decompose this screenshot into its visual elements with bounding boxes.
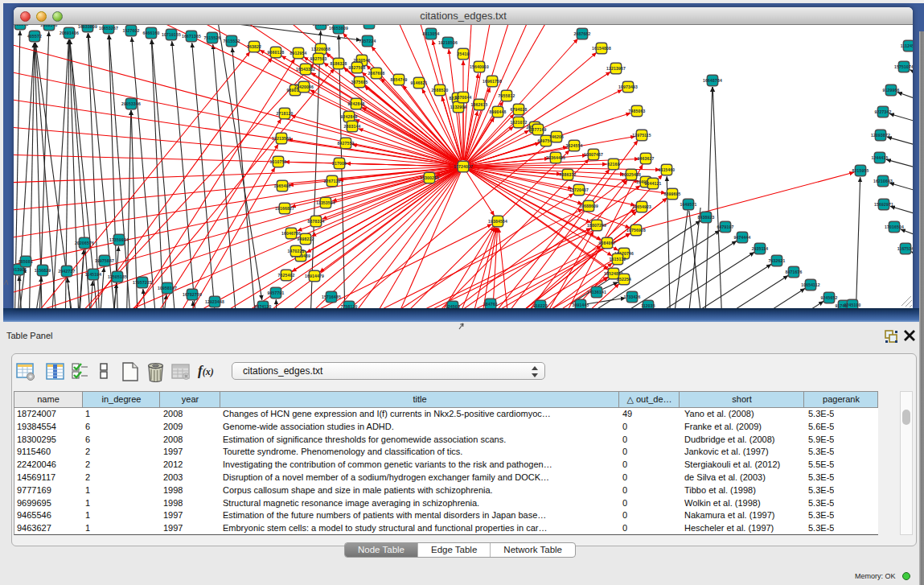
svg-text:10807487: 10807487 [584, 152, 603, 157]
svg-text:17016504: 17016504 [885, 225, 904, 229]
svg-text:2935114: 2935114 [752, 246, 769, 251]
svg-text:20206576: 20206576 [75, 241, 94, 245]
svg-text:8854749: 8854749 [391, 77, 408, 82]
svg-text:112035: 112035 [641, 303, 655, 308]
svg-text:8186328: 8186328 [331, 61, 347, 66]
svg-text:18807249: 18807249 [587, 223, 606, 228]
svg-text:20364436: 20364436 [546, 155, 565, 160]
svg-text:16210643: 16210643 [873, 179, 893, 183]
svg-text:1167534: 1167534 [897, 246, 913, 251]
svg-text:910223: 910223 [533, 303, 548, 308]
svg-text:9084067: 9084067 [599, 241, 616, 245]
svg-text:7386372: 7386372 [560, 172, 577, 177]
svg-text:8471676: 8471676 [786, 270, 803, 274]
svg-text:19166827: 19166827 [275, 206, 294, 211]
svg-text:12213967: 12213967 [606, 66, 626, 71]
svg-text:6466160: 6466160 [143, 31, 160, 35]
svg-text:7357224: 7357224 [361, 25, 378, 26]
svg-text:1470221: 1470221 [288, 249, 305, 253]
svg-text:15692971: 15692971 [874, 202, 893, 207]
svg-text:184761: 184761 [483, 302, 498, 307]
svg-text:3091445: 3091445 [573, 303, 589, 307]
svg-text:8990448: 8990448 [490, 109, 507, 114]
svg-text:1362615: 1362615 [471, 102, 488, 107]
svg-text:10756928: 10756928 [626, 228, 646, 233]
svg-text:1132904: 1132904 [450, 105, 467, 109]
svg-text:6794028: 6794028 [511, 107, 528, 112]
svg-text:12505185: 12505185 [108, 274, 127, 279]
svg-text:12093872: 12093872 [871, 133, 890, 138]
svg-text:7485063: 7485063 [629, 109, 646, 113]
svg-text:19975887: 19975887 [95, 258, 114, 263]
svg-text:1112453: 1112453 [901, 43, 913, 48]
svg-text:1649571: 1649571 [680, 202, 697, 207]
svg-text:1527602: 1527602 [123, 28, 140, 33]
svg-text:8215955: 8215955 [852, 168, 869, 173]
svg-text:19654923: 19654923 [632, 204, 651, 209]
svg-text:885081: 885081 [18, 259, 33, 264]
svg-text:22420046: 22420046 [294, 84, 314, 89]
svg-text:1370044: 1370044 [455, 95, 472, 100]
svg-text:9245652: 9245652 [821, 295, 838, 300]
svg-text:9245100: 9245100 [844, 303, 861, 307]
svg-text:7357224: 7357224 [359, 39, 376, 43]
svg-text:11353594: 11353594 [316, 200, 335, 205]
svg-text:9660128: 9660128 [268, 50, 285, 55]
svg-text:1145194: 1145194 [85, 272, 102, 277]
svg-text:10958107: 10958107 [158, 286, 177, 290]
svg-text:9463627: 9463627 [638, 156, 655, 161]
svg-text:16961758: 16961758 [483, 79, 502, 84]
svg-text:7632621: 7632621 [769, 258, 786, 263]
svg-text:3267130: 3267130 [324, 179, 341, 183]
svg-text:9277169: 9277169 [530, 127, 547, 132]
svg-text:2069140: 2069140 [41, 25, 58, 27]
svg-text:7625402: 7625402 [278, 273, 295, 278]
svg-text:15300215: 15300215 [420, 175, 439, 180]
svg-text:12975115: 12975115 [632, 133, 651, 138]
svg-text:9242848: 9242848 [341, 114, 358, 119]
svg-text:18724007: 18724007 [454, 164, 473, 169]
svg-text:10688609: 10688609 [579, 204, 598, 208]
svg-text:14136141: 14136141 [587, 290, 606, 295]
svg-text:10719155: 10719155 [162, 32, 181, 37]
svg-text:9457791: 9457791 [268, 290, 285, 295]
svg-text:1965498: 1965498 [274, 183, 291, 188]
svg-text:16782759: 16782759 [183, 292, 202, 297]
svg-text:8813054: 8813054 [423, 31, 440, 36]
svg-text:17359924: 17359924 [109, 237, 129, 242]
svg-text:1605380: 1605380 [313, 25, 330, 27]
svg-text:10653267: 10653267 [99, 26, 118, 31]
svg-text:9498222: 9498222 [298, 237, 314, 241]
svg-text:3913901: 3913901 [14, 267, 27, 272]
svg-text:2588520: 2588520 [432, 88, 449, 93]
svg-text:9474444: 9474444 [734, 235, 751, 240]
svg-text:25419: 25419 [458, 51, 470, 56]
svg-text:9474120: 9474120 [255, 304, 272, 308]
svg-text:19384554: 19384554 [488, 219, 507, 224]
svg-text:746206: 746206 [549, 134, 564, 139]
svg-text:7955812: 7955812 [499, 93, 515, 98]
svg-text:1733426: 1733426 [624, 295, 641, 299]
svg-text:8427552: 8427552 [338, 141, 355, 146]
svg-text:16033809: 16033809 [78, 25, 97, 29]
svg-text:8912954: 8912954 [290, 51, 307, 56]
svg-text:15640910: 15640910 [470, 64, 489, 69]
svg-text:62160: 62160 [608, 162, 620, 167]
svg-text:7515526: 7515526 [204, 35, 221, 40]
svg-text:16543382: 16543382 [296, 67, 315, 72]
svg-text:2718120: 2718120 [277, 111, 294, 116]
svg-text:924503: 924503 [446, 304, 460, 308]
svg-text:2942737: 2942737 [59, 269, 76, 274]
svg-text:10025438: 10025438 [622, 172, 641, 177]
svg-text:12923448: 12923448 [205, 299, 224, 304]
svg-text:3624554: 3624554 [566, 143, 583, 148]
svg-text:16053809: 16053809 [329, 26, 348, 31]
svg-text:20691406: 20691406 [60, 31, 79, 35]
svg-text:8878334: 8878334 [308, 219, 325, 224]
svg-text:217006: 217006 [332, 161, 347, 166]
svg-text:9044121: 9044121 [645, 181, 662, 186]
svg-text:7758120: 7758120 [341, 304, 358, 308]
svg-text:16671365: 16671365 [182, 34, 201, 39]
svg-text:1010755: 1010755 [270, 159, 287, 164]
svg-text:1405572: 1405572 [14, 25, 28, 27]
